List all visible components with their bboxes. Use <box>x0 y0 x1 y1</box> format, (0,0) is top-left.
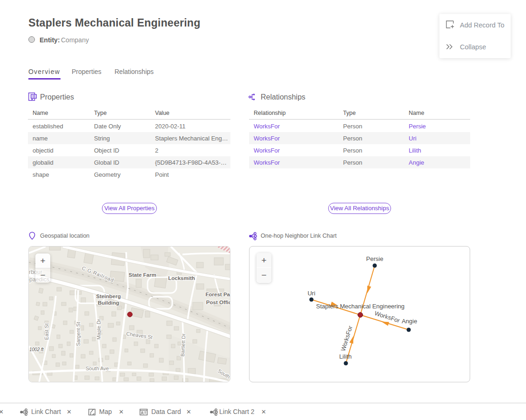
svg-text:Uri: Uri <box>308 290 316 297</box>
svg-text:Post Offic: Post Offic <box>206 300 230 305</box>
svg-text:Forest Par: Forest Par <box>206 292 230 297</box>
svg-text:Angie: Angie <box>402 318 417 325</box>
svg-text:Locksmith: Locksmith <box>168 275 195 281</box>
svg-text:South Ave: South Ave <box>86 366 109 371</box>
svg-text:Staplers Mechanical Engineerin: Staplers Mechanical Engineering <box>316 303 405 310</box>
svg-text:Lilith: Lilith <box>339 353 352 360</box>
svg-text:East St: East St <box>44 323 49 340</box>
svg-text:Maple Dr: Maple Dr <box>96 319 101 340</box>
svg-text:Building: Building <box>98 300 119 306</box>
svg-text:Sargent St: Sargent St <box>75 322 81 346</box>
svg-text:1002 ft: 1002 ft <box>29 347 44 352</box>
svg-text:State Farm: State Farm <box>128 272 156 278</box>
svg-text:Persie: Persie <box>366 255 384 262</box>
svg-text:Steinberg: Steinberg <box>96 293 121 299</box>
svg-text:WorksFor: WorksFor <box>339 325 354 352</box>
